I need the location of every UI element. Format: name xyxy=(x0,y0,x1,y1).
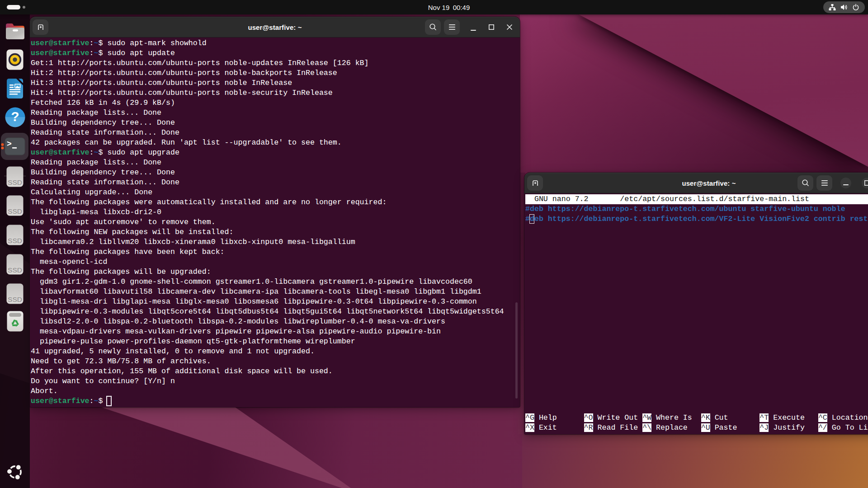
svg-text:SSD: SSD xyxy=(8,207,22,215)
svg-text:SSD: SSD xyxy=(8,296,22,303)
svg-text:?: ? xyxy=(11,109,19,124)
svg-text:SSD: SSD xyxy=(8,237,22,244)
svg-text:SSD: SSD xyxy=(8,266,22,274)
svg-text:>: > xyxy=(7,140,12,149)
svg-text:SSD: SSD xyxy=(8,178,22,186)
